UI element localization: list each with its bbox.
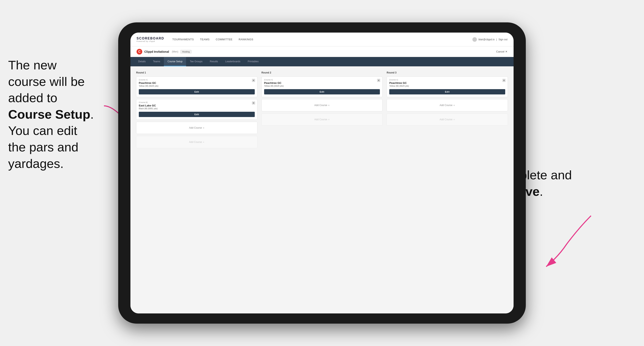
tablet-screen: SCOREBOARD Powered by clippd TOURNAMENTS… xyxy=(130,32,514,314)
round-2-course-a-edit-button[interactable]: Edit xyxy=(264,89,380,94)
top-navigation: SCOREBOARD Powered by clippd TOURNAMENTS… xyxy=(130,32,514,46)
hosting-badge: Hosting xyxy=(180,50,192,53)
round-1-course-a-name: Peachtree GC xyxy=(139,81,255,84)
tournament-name: Clippd Invitational xyxy=(144,50,169,53)
round-1-course-b-delete-icon[interactable] xyxy=(252,101,255,105)
round-2-add-course-plus: + xyxy=(328,104,330,107)
round-2-add-course-disabled-plus: + xyxy=(328,118,330,121)
round-1-course-a-tee: Yellow (M) (6629 yds) xyxy=(139,85,255,87)
tournament-gender: (Men) xyxy=(172,50,178,53)
main-content: Round 1 (Course A) Peachtree GC Yellow (… xyxy=(130,66,514,314)
cancel-icon: ✕ xyxy=(505,50,508,53)
round-1-column: Round 1 (Course A) Peachtree GC Yellow (… xyxy=(136,71,258,150)
cancel-button[interactable]: Cancel ✕ xyxy=(496,50,508,53)
round-2-course-a-card: (Course A) Peachtree GC Yellow (M) (6629… xyxy=(262,77,383,97)
tab-tee-groups[interactable]: Tee Groups xyxy=(186,57,206,66)
tab-course-setup[interactable]: Course Setup xyxy=(164,57,186,66)
nav-links: TOURNAMENTS TEAMS COMMITTEE RANKINGS xyxy=(172,37,472,42)
round-2-add-course-disabled: Add Course + xyxy=(262,113,383,126)
brand-logo: SCOREBOARD Powered by clippd xyxy=(136,37,164,42)
tab-printables[interactable]: Printables xyxy=(244,57,262,66)
round-1-course-b-badge: (Course B) xyxy=(139,101,255,103)
tab-details[interactable]: Details xyxy=(134,57,150,66)
tab-teams[interactable]: Teams xyxy=(150,57,164,66)
brand-name: SCOREBOARD xyxy=(136,37,164,40)
brand-subtitle: Powered by clippd xyxy=(136,40,164,42)
round-2-label: Round 2 xyxy=(262,71,383,74)
user-email: blair@clippd.io xyxy=(478,38,494,41)
arrow-right-icon xyxy=(526,212,595,273)
round-2-course-a-badge: (Course A) xyxy=(264,79,380,81)
round-3-course-a-card: (Course A) Peachtree GC Yellow (M) (6629… xyxy=(386,77,508,97)
tab-bar: Details Teams Course Setup Tee Groups Re… xyxy=(130,57,514,66)
round-3-add-course-button[interactable]: Add Course + xyxy=(386,99,508,111)
round-3-add-course-plus: + xyxy=(453,104,455,107)
round-2-course-a-name: Peachtree GC xyxy=(264,81,380,84)
nav-tournaments[interactable]: TOURNAMENTS xyxy=(172,37,194,42)
round-1-course-b-name: East Lake GC xyxy=(139,104,255,107)
round-1-label: Round 1 xyxy=(136,71,258,74)
round-3-label: Round 3 xyxy=(386,71,508,74)
round-3-add-course-disabled: Add Course + xyxy=(386,113,508,126)
round-1-course-a-delete-icon[interactable] xyxy=(252,79,255,82)
round-1-add-course-plus: + xyxy=(203,126,204,130)
round-2-add-course-label: Add Course xyxy=(314,104,327,107)
nav-user-area: blair@clippd.io | Sign out xyxy=(472,37,508,42)
round-1-add-course-disabled-plus: + xyxy=(203,141,204,144)
round-1-course-b-edit-button[interactable]: Edit xyxy=(139,112,255,117)
nav-committee[interactable]: COMMITTEE xyxy=(216,37,233,42)
round-2-add-course-button[interactable]: Add Course + xyxy=(262,99,383,111)
tablet-device: SCOREBOARD Powered by clippd TOURNAMENTS… xyxy=(118,22,526,324)
cancel-label: Cancel xyxy=(496,50,504,53)
round-3-add-course-disabled-plus: + xyxy=(453,118,455,121)
round-1-course-b-card: (Course B) East Lake GC Black (M) (6891 … xyxy=(136,99,258,120)
round-3-course-a-badge: (Course A) xyxy=(389,79,505,81)
annotation-left-text: The newcourse will beadded toCourse Setu… xyxy=(8,58,94,171)
round-2-course-a-tee: Yellow (M) (6629 yds) xyxy=(264,85,380,87)
tab-results[interactable]: Results xyxy=(206,57,222,66)
rounds-grid: Round 1 (Course A) Peachtree GC Yellow (… xyxy=(136,71,508,150)
round-2-course-a-delete-icon[interactable] xyxy=(377,79,380,82)
round-2-add-course-disabled-label: Add Course xyxy=(314,118,327,121)
round-3-course-a-tee: Yellow (M) (6629 yds) xyxy=(389,85,505,87)
round-3-column: Round 3 (Course A) Peachtree GC Yellow (… xyxy=(386,71,508,150)
nav-rankings[interactable]: RANKINGS xyxy=(239,37,253,42)
nav-teams[interactable]: TEAMS xyxy=(200,37,210,42)
round-3-course-a-name: Peachtree GC xyxy=(389,81,505,84)
tab-leaderboards[interactable]: Leaderboards xyxy=(222,57,244,66)
round-2-column: Round 2 (Course A) Peachtree GC Yellow (… xyxy=(262,71,383,150)
sign-out-link[interactable]: Sign out xyxy=(498,38,508,41)
clippd-logo: C xyxy=(136,49,142,54)
separator: | xyxy=(496,38,497,41)
round-1-course-b-tee: Black (M) (6891 yds) xyxy=(139,107,255,110)
avatar xyxy=(472,37,477,42)
round-1-course-a-badge: (Course A) xyxy=(139,79,255,81)
round-1-add-course-label: Add Course xyxy=(189,126,202,129)
round-3-add-course-disabled-label: Add Course xyxy=(440,118,452,121)
round-1-add-course-disabled: Add Course + xyxy=(136,136,258,148)
round-3-course-a-delete-icon[interactable] xyxy=(502,79,506,82)
round-1-add-course-disabled-label: Add Course xyxy=(189,141,202,144)
round-1-add-course-button[interactable]: Add Course + xyxy=(136,122,258,134)
round-1-course-a-edit-button[interactable]: Edit xyxy=(139,89,255,94)
annotation-left: The newcourse will beadded toCourse Setu… xyxy=(8,57,106,172)
sub-header: C Clippd Invitational (Men) Hosting Canc… xyxy=(130,46,514,57)
sub-header-left: C Clippd Invitational (Men) Hosting xyxy=(136,49,192,54)
round-3-course-a-edit-button[interactable]: Edit xyxy=(389,89,505,94)
round-3-add-course-label: Add Course xyxy=(440,104,452,107)
round-1-course-a-card: (Course A) Peachtree GC Yellow (M) (6629… xyxy=(136,77,258,97)
